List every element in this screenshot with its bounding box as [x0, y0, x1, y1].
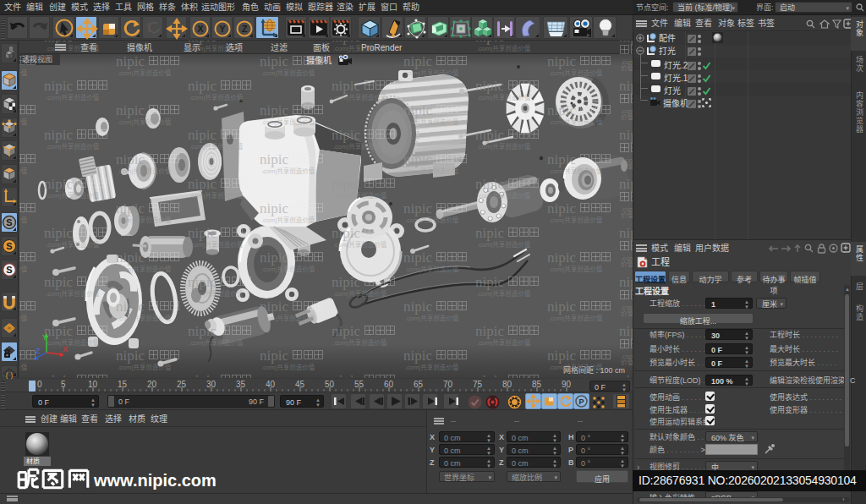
svg-text:X: X	[197, 24, 204, 34]
svg-text:Y: Y	[219, 24, 226, 34]
svg-text:R: R	[147, 22, 151, 27]
svg-text:S: S	[6, 241, 12, 251]
svg-text:S: S	[6, 265, 12, 275]
svg-text:P: P	[578, 397, 584, 406]
svg-text:S: S	[6, 217, 12, 227]
svg-text:S: S	[147, 28, 151, 33]
svg-text:Z: Z	[242, 24, 248, 34]
